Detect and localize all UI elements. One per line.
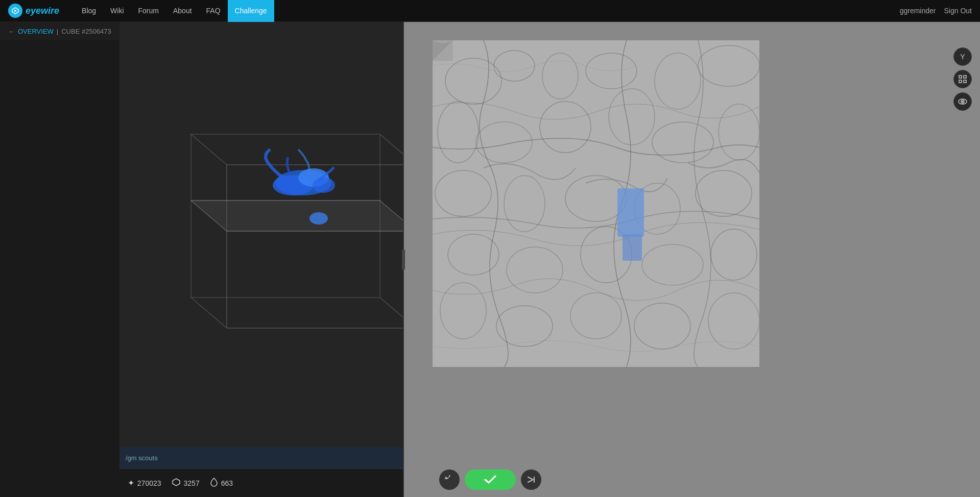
right-panel-2d[interactable]: Y <box>404 22 980 497</box>
username[interactable]: ggreminder <box>900 7 936 15</box>
score-icon: ✦ <box>128 478 134 488</box>
svg-marker-8 <box>191 201 416 231</box>
fullscreen-button[interactable] <box>953 70 972 88</box>
breadcrumb: ← OVERVIEW | CUBE #2506473 <box>0 22 119 40</box>
svg-point-1 <box>14 10 16 12</box>
logo[interactable]: eyewire <box>8 4 59 18</box>
nav-challenge[interactable]: Challenge <box>228 0 274 22</box>
confirm-button[interactable] <box>465 469 516 490</box>
score-stat: ✦ 270023 <box>128 478 161 488</box>
nav-right: ggreminder Sign Out <box>900 7 972 15</box>
cube-id: CUBE #2506473 <box>61 28 111 35</box>
cubes-icon <box>172 478 181 489</box>
skip-button[interactable] <box>521 469 541 490</box>
svg-rect-16 <box>964 76 966 78</box>
back-arrow[interactable]: ← <box>8 28 15 35</box>
logo-icon <box>8 4 22 18</box>
microscope-image <box>433 40 759 367</box>
streak-stat: 663 <box>210 478 233 489</box>
svg-rect-17 <box>959 80 962 83</box>
gear-button[interactable] <box>900 471 919 490</box>
wireframe-cube <box>160 83 431 349</box>
nav-faq[interactable]: FAQ <box>199 0 228 22</box>
signout-link[interactable]: Sign Out <box>944 7 972 15</box>
back-button[interactable] <box>951 471 970 490</box>
streak-value: 663 <box>221 479 233 487</box>
cubes-stat: 3257 <box>172 478 200 489</box>
logo-text: eyewire <box>26 6 59 16</box>
y-button[interactable]: Y <box>953 47 972 66</box>
panel-divider[interactable] <box>403 22 404 497</box>
streak-icon <box>210 478 218 489</box>
svg-text:?: ? <box>934 478 937 485</box>
svg-point-13 <box>309 212 328 225</box>
svg-rect-51 <box>623 234 642 261</box>
svg-point-12 <box>313 178 335 193</box>
action-buttons <box>439 469 541 490</box>
bottom-right-controls: ? <box>875 471 970 490</box>
rewind-button[interactable] <box>439 469 460 490</box>
cubes-value: 3257 <box>184 479 200 487</box>
eye-button[interactable] <box>875 471 893 490</box>
nav-about[interactable]: About <box>166 0 199 22</box>
wireframe-container <box>160 83 431 349</box>
svg-rect-22 <box>433 40 759 367</box>
score-value: 270023 <box>137 479 161 487</box>
navbar: eyewire Blog Wiki Forum About FAQ Challe… <box>0 0 980 22</box>
svg-line-7 <box>191 134 227 165</box>
spectate-button[interactable] <box>953 92 972 111</box>
nav-forum[interactable]: Forum <box>131 0 166 22</box>
microscope-canvas[interactable] <box>433 40 759 367</box>
breadcrumb-sep: | <box>57 28 58 35</box>
right-controls: Y <box>953 47 972 111</box>
svg-point-21 <box>962 101 964 103</box>
nav-blog[interactable]: Blog <box>75 0 103 22</box>
svg-point-57 <box>908 479 912 483</box>
svg-marker-14 <box>173 479 180 486</box>
svg-line-4 <box>191 297 227 328</box>
main-layout: ← OVERVIEW | CUBE #2506473 <box>0 22 980 497</box>
help-button[interactable]: ? <box>926 471 944 490</box>
nav-wiki[interactable]: Wiki <box>103 0 131 22</box>
svg-rect-50 <box>617 188 644 237</box>
svg-point-56 <box>883 480 885 482</box>
svg-rect-15 <box>959 76 962 78</box>
svg-rect-18 <box>964 80 966 83</box>
chat-text: /gm scouts <box>126 454 158 462</box>
overview-link[interactable]: OVERVIEW <box>18 28 54 35</box>
